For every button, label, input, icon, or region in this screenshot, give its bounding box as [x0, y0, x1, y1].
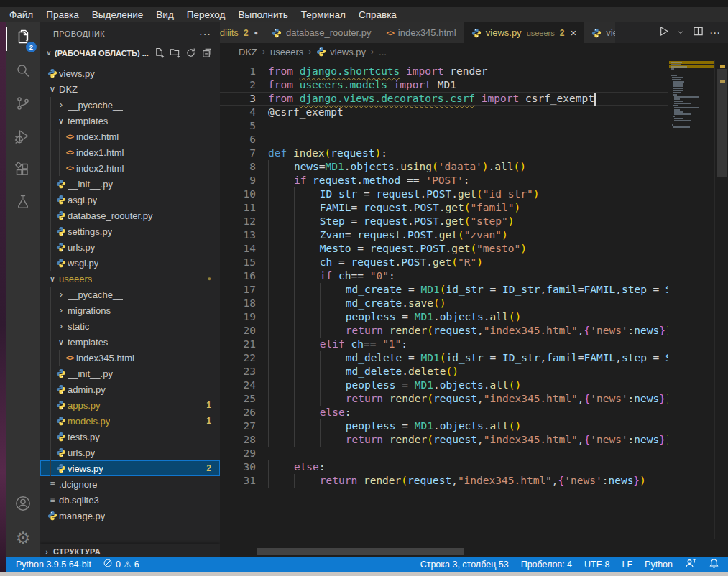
code-line-9[interactable]: 9 if request.method == 'POST':: [220, 174, 668, 187]
tree-folder-migrations[interactable]: ›migrations: [40, 302, 220, 318]
code-line-27[interactable]: 27 peopless = MD1.objects.all(): [220, 419, 668, 433]
tree-file-index345.html[interactable]: <>index345.html: [40, 350, 220, 366]
code-line-21[interactable]: 21 elif ch== "1":: [220, 338, 668, 351]
code-line-20[interactable]: 20 return render(request,"index345.html"…: [220, 324, 668, 338]
code-line-31[interactable]: 31 return render(request,"index345.html"…: [220, 474, 668, 488]
menu-item-Терминал[interactable]: Терминал: [295, 7, 352, 22]
tree-folder-__pycache__[interactable]: ›__pycache__: [40, 97, 220, 113]
more-actions-button[interactable]: ⋯: [706, 24, 724, 42]
code-line-6[interactable]: 6: [220, 133, 668, 147]
status-encoding[interactable]: UTF-8: [584, 559, 609, 570]
tab-vie[interactable]: vie: [584, 22, 616, 43]
code-line-17[interactable]: 17 md_create = MD1(id_str = ID_str,famil…: [220, 283, 668, 297]
activity-search-button[interactable]: [6, 55, 40, 88]
code-line-10[interactable]: 10 ID_str = request.POST.get("id_str"): [220, 187, 668, 201]
status-cursor-position[interactable]: Строка 3, столбец 53: [420, 559, 509, 570]
breadcrumb-item-...[interactable]: ...: [379, 47, 387, 57]
code-line-2[interactable]: 2from useeers.models import MD1: [220, 78, 668, 92]
code-line-12[interactable]: 12 Step = request.POST.get("step"): [220, 215, 668, 228]
horizontal-scrollbar-thumb[interactable]: [257, 548, 464, 555]
vertical-scrollbar[interactable]: [714, 60, 728, 539]
new-file-icon[interactable]: [151, 46, 167, 60]
tree-file-__init__.py[interactable]: __init__.py: [40, 176, 220, 192]
tab-index345.html[interactable]: <>index345.html: [379, 22, 464, 43]
tab-diiits[interactable]: diiits2●: [220, 22, 264, 43]
workspace-section-header[interactable]: ∨ (РАБОЧАЯ ОБЛАСТЬ) ...: [40, 45, 220, 61]
tree-file-urls.py[interactable]: urls.py: [40, 239, 220, 255]
tree-folder-DKZ[interactable]: ∨DKZ: [40, 81, 220, 97]
menu-item-Справка[interactable]: Справка: [352, 7, 403, 22]
tree-folder-__pycache__[interactable]: ›__pycache__: [40, 287, 220, 302]
code-line-8[interactable]: 8 news=MD1.objects.using('daata').all(): [220, 160, 668, 174]
tree-file-wsgi.py[interactable]: wsgi.py: [40, 255, 220, 271]
code-line-15[interactable]: 15 ch = request.POST.get("R"): [220, 256, 668, 269]
menu-item-Правка[interactable]: Правка: [40, 7, 86, 22]
tree-file-database_roouter.py[interactable]: database_roouter.py: [40, 208, 220, 223]
split-editor-button[interactable]: [689, 24, 706, 42]
code-line-11[interactable]: 11 FAMIL= request.POST.get("famil"): [220, 201, 668, 215]
tree-file-asgi.py[interactable]: asgi.py: [40, 192, 220, 208]
code-line-22[interactable]: 22 md_delete = MD1(id_str = ID_str,famil…: [220, 351, 668, 365]
vertical-scrollbar-thumb[interactable]: [717, 69, 727, 177]
tree-file-apps.py[interactable]: apps.py1: [40, 397, 220, 413]
run-dropdown-button[interactable]: [672, 24, 689, 42]
activity-settings-button[interactable]: ⚙: [6, 521, 40, 554]
menu-item-Переход[interactable]: Переход: [180, 7, 232, 22]
tree-file-index2.html[interactable]: <>index2.html: [40, 160, 220, 176]
code-line-24[interactable]: 24 peopless = MD1.objects.all(): [220, 378, 668, 392]
code-line-25[interactable]: 25 return render(request,"index345.html"…: [220, 392, 668, 406]
tree-file-index.html[interactable]: <>index.html: [40, 129, 220, 144]
close-icon[interactable]: ×: [570, 27, 576, 38]
tree-file-manage.py[interactable]: manage.py: [40, 508, 220, 524]
tab-views.py[interactable]: views.pyuseeers2×: [464, 22, 584, 43]
code-line-28[interactable]: 28 return render(request,"index345.html"…: [220, 433, 668, 447]
activity-explorer-button[interactable]: 2: [6, 22, 40, 55]
new-folder-icon[interactable]: [167, 46, 183, 60]
code-line-7[interactable]: 7def index(request):: [220, 147, 668, 160]
minimap[interactable]: [669, 62, 715, 514]
code-line-18[interactable]: 18 md_create.save(): [220, 297, 668, 310]
breadcrumb-item-views.py[interactable]: views.py: [316, 47, 366, 57]
status-indentation[interactable]: Пробелов: 4: [521, 559, 572, 570]
code-line-14[interactable]: 14 Mesto = request.POST.get("mesto"): [220, 242, 668, 256]
tree-file-views.py[interactable]: views.py: [40, 65, 220, 81]
activity-extensions-button[interactable]: [6, 154, 40, 187]
status-language-mode[interactable]: Python: [645, 559, 673, 570]
code-line-23[interactable]: 23 md_delete.delete(): [220, 365, 668, 378]
tree-file-settings.py[interactable]: settings.py: [40, 223, 220, 239]
code-line-4[interactable]: 4@csrf_exempt: [220, 106, 668, 119]
code-line-5[interactable]: 5: [220, 119, 668, 133]
tree-file-admin.py[interactable]: admin.py: [40, 381, 220, 397]
code-line-29[interactable]: 29: [220, 447, 668, 460]
status-bell-button[interactable]: [709, 558, 719, 571]
tree-file-__init__.py[interactable]: __init__.py: [40, 366, 220, 381]
tree-file-.dcignore[interactable]: ≡.dcignore: [40, 476, 220, 492]
status-problems[interactable]: 0⚠6: [103, 558, 139, 570]
tab-database_roouter.py[interactable]: database_roouter.py: [264, 22, 379, 43]
refresh-icon[interactable]: [183, 46, 198, 60]
tree-folder-templates[interactable]: ∨templates: [40, 334, 220, 350]
code-line-13[interactable]: 13 Zvan= request.POST.get("zvan"): [220, 228, 668, 242]
tree-file-tests.py[interactable]: tests.py: [40, 429, 220, 445]
menu-item-Выделение[interactable]: Выделение: [86, 7, 150, 22]
status-feedback-button[interactable]: [685, 557, 696, 571]
code-line-16[interactable]: 16 if ch== "0":: [220, 269, 668, 283]
tree-file-urls.py[interactable]: urls.py: [40, 445, 220, 460]
tree-file-index1.html[interactable]: <>index1.html: [40, 144, 220, 160]
outline-section-header[interactable]: › СТРУКТУРА: [40, 544, 220, 557]
breadcrumb-item-useeers[interactable]: useeers: [270, 47, 303, 57]
activity-testing-button[interactable]: [6, 187, 40, 220]
breadcrumb-item-DKZ[interactable]: DKZ: [239, 47, 257, 57]
sidebar-more-actions-icon[interactable]: ···: [199, 28, 211, 40]
activity-account-button[interactable]: [6, 488, 40, 521]
activity-source-control-button[interactable]: [6, 88, 40, 121]
code-line-1[interactable]: 1from django.shortcuts import render: [220, 65, 668, 78]
activity-run-debug-button[interactable]: [6, 121, 40, 154]
menu-item-Выполнить[interactable]: Выполнить: [231, 7, 294, 22]
status-python-interpreter[interactable]: Python 3.9.5 64-bit: [16, 559, 91, 570]
run-button[interactable]: [655, 24, 672, 42]
menu-item-Вид[interactable]: Вид: [149, 7, 180, 22]
tree-folder-templates[interactable]: ∨templates: [40, 113, 220, 129]
menu-item-Файл[interactable]: Файл: [3, 7, 40, 22]
tree-folder-useeers[interactable]: ∨useeers●: [40, 271, 220, 287]
